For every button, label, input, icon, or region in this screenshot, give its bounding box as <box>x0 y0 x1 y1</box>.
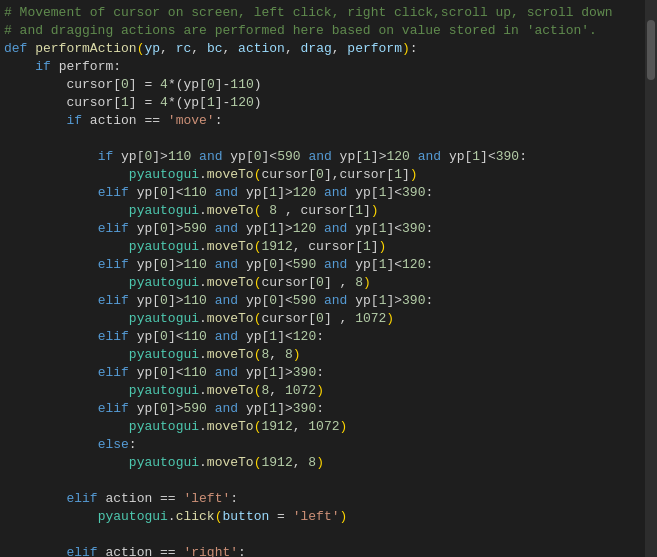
line-20: pyautogui.moveTo(8, 8) <box>0 346 645 364</box>
line-25: else: <box>0 436 645 454</box>
line-2: # and dragging actions are performed her… <box>0 22 645 40</box>
line-21: elif yp[0]<110 and yp[1]>390: <box>0 364 645 382</box>
line-19: elif yp[0]<110 and yp[1]<120: <box>0 328 645 346</box>
line-24: pyautogui.moveTo(1912, 1072) <box>0 418 645 436</box>
line-4: if perform: <box>0 58 645 76</box>
line-11: elif yp[0]<110 and yp[1]>120 and yp[1]<3… <box>0 184 645 202</box>
func-name: performAction <box>35 40 136 58</box>
line-6: cursor[1] = 4*(yp[1]-120) <box>0 94 645 112</box>
line-3: def performAction(yp, rc, bc, action, dr… <box>0 40 645 58</box>
line-8 <box>0 130 645 148</box>
line-28: elif action == 'left': <box>0 490 645 508</box>
line-5: cursor[0] = 4*(yp[0]-110) <box>0 76 645 94</box>
line-30 <box>0 526 645 544</box>
line-7: if action == 'move': <box>0 112 645 130</box>
comment-2: # and dragging actions are performed her… <box>4 22 597 40</box>
line-23: elif yp[0]>590 and yp[1]>390: <box>0 400 645 418</box>
line-14: pyautogui.moveTo(1912, cursor[1]) <box>0 238 645 256</box>
line-29: pyautogui.click(button = 'left') <box>0 508 645 526</box>
comment-1: # Movement of cursor on screen, left cli… <box>4 4 613 22</box>
line-18: pyautogui.moveTo(cursor[0] , 1072) <box>0 310 645 328</box>
line-13: elif yp[0]>590 and yp[1]>120 and yp[1]<3… <box>0 220 645 238</box>
code-editor: # Movement of cursor on screen, left cli… <box>0 0 645 557</box>
line-15: elif yp[0]>110 and yp[0]<590 and yp[1]<1… <box>0 256 645 274</box>
scrollbar-thumb[interactable] <box>647 20 655 80</box>
line-1: # Movement of cursor on screen, left cli… <box>0 4 645 22</box>
line-31: elif action == 'right': <box>0 544 645 557</box>
line-27 <box>0 472 645 490</box>
vertical-scrollbar[interactable] <box>645 0 657 557</box>
line-22: pyautogui.moveTo(8, 1072) <box>0 382 645 400</box>
line-10: pyautogui.moveTo(cursor[0],cursor[1]) <box>0 166 645 184</box>
line-12: pyautogui.moveTo( 8 , cursor[1]) <box>0 202 645 220</box>
line-17: elif yp[0]>110 and yp[0]<590 and yp[1]>3… <box>0 292 645 310</box>
kw-def: def <box>4 40 35 58</box>
line-16: pyautogui.moveTo(cursor[0] , 8) <box>0 274 645 292</box>
line-9: if yp[0]>110 and yp[0]<590 and yp[1]>120… <box>0 148 645 166</box>
line-26: pyautogui.moveTo(1912, 8) <box>0 454 645 472</box>
